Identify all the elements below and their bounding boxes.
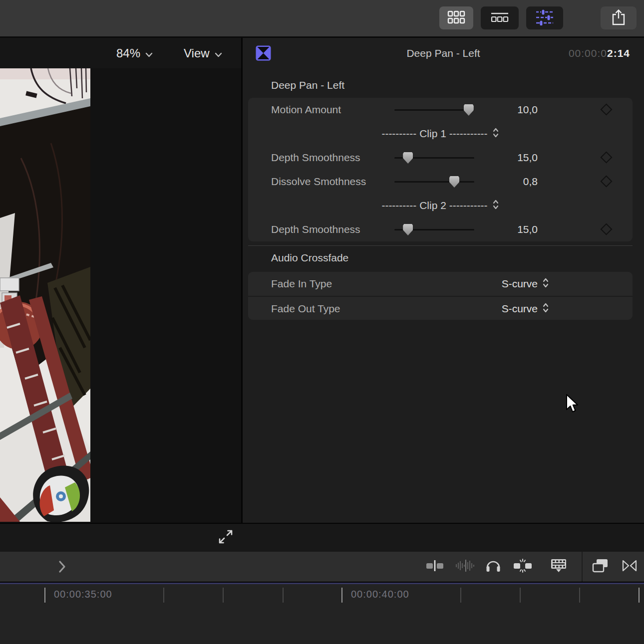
ruler-tick [283,588,284,603]
audio-crossfade-section-title: Audio Crossfade [271,252,348,264]
param-label: Depth Smoothness [271,152,360,164]
param-value[interactable]: 10,0 [458,104,538,116]
keyframe-diamond-icon[interactable] [600,223,612,235]
param-value[interactable]: 0,8 [458,176,538,188]
clip2-label: ---------- Clip 2 ----------- [381,200,487,212]
browser-grid-view-button[interactable] [439,6,473,29]
grid-view-icon [447,10,465,25]
param-row-depth-smoothness-1: Depth Smoothness 15,0 [248,146,633,170]
effect-section-title: Deep Pan - Left [271,79,344,91]
ruler-tick [520,588,521,603]
fade-out-type-value[interactable]: S-curve [428,303,538,315]
param-label: Motion Amount [271,104,341,116]
fade-out-type-label: Fade Out Type [271,303,340,315]
timecode-display[interactable]: 00:00:02:14 [569,38,630,68]
filmstrip-view-button[interactable] [481,6,519,29]
viewer-canvas[interactable] [0,68,241,523]
ruler-major-tick [341,588,342,603]
audio-waveform-icon[interactable] [455,559,475,575]
chevron-down-icon [145,46,153,60]
section-separator [248,245,633,246]
audio-crossfade-group: Fade In Type S-curve Fade Out Type S-cur… [248,272,633,320]
fade-in-type-value[interactable]: S-curve [428,278,538,290]
ruler-timecode-label: 00:00:35:00 [54,589,112,600]
share-icon [612,9,626,27]
inspector-sliders-icon [535,9,554,27]
keyframe-diamond-icon[interactable] [600,151,612,163]
fade-in-type-label: Fade In Type [271,278,332,290]
clip1-popup[interactable]: ---------- Clip 1 ----------- [248,122,633,146]
transition-parameters-group: Motion Amount 10,0 ---------- Clip 1 ---… [248,98,633,241]
transition-bowtie-icon[interactable] [622,559,638,574]
ruler-timecode-label: 00:00:40:00 [351,589,409,600]
zoom-dropdown[interactable]: 84% [116,38,153,68]
timeline-toolbar [0,552,644,582]
stepper-chevrons-icon [492,199,499,213]
viewer-bottom-bar [0,523,644,553]
viewer-header: 84% View [0,38,241,68]
skim-icon[interactable] [426,559,444,574]
video-preview-image [0,68,90,522]
clip2-popup[interactable]: ---------- Clip 2 ----------- [248,194,633,217]
chevron-right-icon[interactable] [58,560,66,575]
timecode-dim: 00:00:0 [569,47,607,59]
keyframe-diamond-icon[interactable] [600,175,612,187]
view-label: View [184,46,210,60]
filmstrip-view-icon [490,11,509,25]
share-button[interactable] [601,6,637,29]
overlay-windows-icon[interactable] [592,559,608,575]
stepper-chevrons-icon[interactable] [542,302,549,315]
ruler-major-tick [639,588,640,603]
zoom-value: 84% [116,46,140,60]
inspector-panel: Deep Pan - Left Motion Amount 10,0 -----… [243,68,644,523]
chevron-down-icon [215,46,222,60]
view-dropdown[interactable]: View [184,38,222,68]
fade-out-type-row: Fade Out Type S-curve [248,296,633,320]
slider-handle[interactable] [403,224,413,235]
expand-arrows-icon[interactable] [218,529,234,547]
ruler-tick [163,588,164,603]
param-value[interactable]: 15,0 [458,223,538,235]
clip-appearance-icon[interactable] [551,559,567,575]
snapping-icon[interactable] [513,559,532,575]
timeline-ruler[interactable]: 00:00:35:00 00:00:40:00 [0,584,644,644]
stepper-chevrons-icon[interactable] [542,277,549,290]
param-row-dissolve-smothness: Dissolve Smothness 0,8 [248,170,633,194]
headphones-icon[interactable] [486,559,501,575]
slider-handle[interactable] [403,152,413,164]
param-row-motion-amount: Motion Amount 10,0 [248,98,633,122]
inspector-toggle-button[interactable] [526,6,563,29]
fade-in-type-row: Fade In Type S-curve [248,272,633,296]
ruler-major-tick [44,588,45,603]
param-label: Depth Smoothness [271,223,360,235]
clip1-label: ---------- Clip 1 ----------- [381,128,487,140]
ruler-tick [460,588,461,603]
inspector-header: Deep Pan - Left 00:00:02:14 [243,38,644,68]
keyframe-diamond-icon[interactable] [600,103,612,115]
toolbar-divider [582,552,583,582]
param-label: Dissolve Smothness [271,176,366,188]
top-toolbar [0,0,644,38]
final-cut-pro-window: 84% View Deep Pan - Left 00:00:02:14 [0,0,644,644]
ruler-tick [223,588,224,603]
timecode-bright: 2:14 [607,47,630,59]
param-value[interactable]: 15,0 [458,152,538,164]
stepper-chevrons-icon [492,127,499,141]
param-row-depth-smoothness-2: Depth Smoothness 15,0 [248,217,633,241]
ruler-tick [579,588,580,603]
